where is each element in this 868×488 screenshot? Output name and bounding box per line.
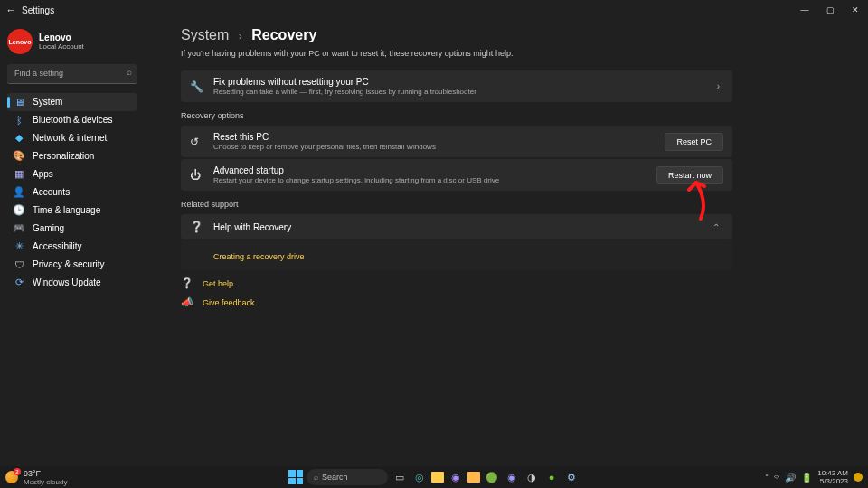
chat-icon[interactable]: ◉	[448, 469, 464, 485]
weather-icon	[5, 471, 18, 483]
nav-icon: ⟳	[13, 277, 25, 288]
sidebar-item-time-language[interactable]: 🕒Time & language	[7, 202, 137, 220]
explorer-icon[interactable]	[431, 472, 444, 483]
help-recovery-card[interactable]: ❔ Help with Recovery ⌃	[181, 214, 732, 239]
edge-icon[interactable]: ◎	[411, 469, 428, 485]
nav-label: Gaming	[33, 223, 64, 233]
section-recovery-options: Recovery options	[181, 111, 732, 120]
breadcrumb-current: Recovery	[251, 27, 316, 42]
taskbar: 93°F Mostly cloudy ⌕ Search ▭ ◎ ◉ 🟢 ◉ ◑ …	[0, 466, 868, 488]
breadcrumb: System › Recovery	[181, 27, 732, 43]
folder-icon[interactable]	[467, 472, 480, 483]
sidebar-item-network-internet[interactable]: ◆Network & internet	[7, 129, 137, 147]
main-panel: System › Recovery If you're having probl…	[145, 20, 868, 466]
nav-label: Accounts	[33, 187, 70, 197]
steam-icon[interactable]: ◑	[524, 469, 540, 485]
sidebar-item-accessibility[interactable]: ✳Accessibility	[7, 238, 137, 256]
sidebar-item-gaming[interactable]: 🎮Gaming	[7, 220, 137, 238]
chevron-right-icon: ›	[713, 81, 723, 91]
reset-subtitle: Choose to keep or remove your personal f…	[213, 143, 665, 151]
volume-icon: 🔊	[785, 473, 796, 483]
nav-icon: 🛡	[13, 259, 25, 270]
power-icon: ⏻	[190, 169, 208, 182]
search-box: ⌕	[7, 63, 137, 84]
give-feedback-row: 📣 Give feedback	[181, 296, 732, 308]
feedback-icon: 📣	[181, 296, 193, 308]
clock[interactable]: 10:43 AM 5/3/2023	[817, 469, 848, 485]
help-expanded: Creating a recovery drive	[181, 239, 732, 270]
sidebar-item-bluetooth-devices[interactable]: ᛒBluetooth & devices	[7, 111, 137, 129]
search-icon: ⌕	[127, 67, 132, 77]
app-icon[interactable]: ●	[543, 469, 560, 485]
profile-name: Lenovo	[39, 33, 84, 42]
weather-temp: 93°F	[24, 469, 67, 478]
restart-now-button[interactable]: Restart now	[656, 166, 723, 184]
nav-icon: ▦	[13, 168, 25, 180]
get-help-link[interactable]: Get help	[203, 279, 233, 288]
reset-pc-card: ↺ Reset this PC Choose to keep or remove…	[181, 126, 732, 157]
help-icon: ❔	[181, 277, 193, 289]
sidebar-item-windows-update[interactable]: ⟳Windows Update	[7, 274, 137, 292]
nav-icon: ✳	[13, 240, 25, 252]
nav-label: Windows Update	[33, 277, 101, 287]
nav-label: Privacy & security	[33, 259, 104, 269]
troubleshoot-card[interactable]: 🔧 Fix problems without resetting your PC…	[181, 70, 732, 102]
back-button[interactable]: ←	[0, 5, 22, 15]
discord-icon[interactable]: ◉	[504, 469, 520, 485]
give-feedback-link[interactable]: Give feedback	[203, 298, 255, 307]
nav-icon: 👤	[13, 186, 25, 198]
nav-list: 🖥SystemᛒBluetooth & devices◆Network & in…	[7, 93, 137, 292]
weather-cond: Mostly cloudy	[24, 478, 67, 486]
taskbar-right: ˄ ⌔ 🔊 🔋 10:43 AM 5/3/2023	[765, 469, 868, 485]
sidebar-item-accounts[interactable]: 👤Accounts	[7, 183, 137, 202]
settings-window: ← Settings — ▢ ✕ Lenovo Lenovo Local Acc…	[0, 0, 868, 466]
troubleshoot-title: Fix problems without resetting your PC	[213, 77, 713, 87]
avatar: Lenovo	[7, 29, 33, 54]
sidebar-item-personalization[interactable]: 🎨Personalization	[7, 147, 137, 165]
time: 10:43 AM	[817, 469, 848, 477]
sidebar-item-system[interactable]: 🖥System	[7, 93, 137, 111]
nav-label: Time & language	[33, 205, 100, 215]
sidebar: Lenovo Lenovo Local Account ⌕ 🖥SystemᛒBl…	[0, 20, 145, 466]
nav-icon: 🎮	[13, 222, 25, 234]
sidebar-item-privacy-security[interactable]: 🛡Privacy & security	[7, 256, 137, 274]
task-view-icon[interactable]: ▭	[392, 469, 408, 485]
get-help-row: ❔ Get help	[181, 277, 732, 289]
recovery-drive-link[interactable]: Creating a recovery drive	[213, 252, 305, 261]
minimize-button[interactable]: —	[792, 0, 817, 20]
nav-label: Personalization	[33, 151, 94, 161]
reset-pc-button[interactable]: Reset PC	[665, 133, 723, 151]
maximize-button[interactable]: ▢	[817, 0, 843, 20]
taskbar-weather[interactable]: 93°F Mostly cloudy	[0, 469, 67, 486]
search-input[interactable]	[7, 64, 137, 84]
nav-icon: 🖥	[13, 97, 25, 108]
battery-icon: 🔋	[801, 473, 812, 483]
tray-chevron-icon[interactable]: ˄	[765, 474, 769, 482]
advanced-subtitle: Restart your device to change startup se…	[213, 176, 656, 184]
wifi-icon: ⌔	[774, 473, 779, 483]
sidebar-item-apps[interactable]: ▦Apps	[7, 165, 137, 183]
wrench-icon: 🔧	[190, 80, 208, 93]
chrome-icon[interactable]: 🟢	[484, 469, 500, 485]
help-icon: ❔	[190, 221, 208, 233]
nav-label: Network & internet	[33, 133, 107, 143]
taskbar-center: ⌕ Search ▭ ◎ ◉ 🟢 ◉ ◑ ● ⚙	[288, 469, 580, 485]
taskbar-search[interactable]: ⌕ Search	[307, 469, 388, 485]
reset-title: Reset this PC	[213, 132, 665, 142]
breadcrumb-parent[interactable]: System	[181, 27, 229, 42]
system-tray[interactable]: ⌔ 🔊 🔋	[774, 473, 812, 483]
close-button[interactable]: ✕	[843, 0, 868, 20]
help-title: Help with Recovery	[213, 222, 709, 232]
chevron-right-icon: ›	[239, 30, 242, 42]
advanced-title: Advanced startup	[213, 165, 656, 175]
taskbar-search-label: Search	[322, 473, 348, 482]
notifications-icon[interactable]	[854, 473, 863, 482]
nav-label: Apps	[33, 169, 53, 179]
nav-icon: ᛒ	[13, 115, 25, 126]
settings-icon[interactable]: ⚙	[563, 469, 580, 485]
start-button[interactable]	[288, 470, 303, 484]
nav-icon: 🎨	[13, 150, 25, 162]
reset-icon: ↺	[190, 136, 208, 148]
profile-block[interactable]: Lenovo Lenovo Local Account	[7, 29, 137, 54]
nav-label: Bluetooth & devices	[33, 115, 112, 125]
